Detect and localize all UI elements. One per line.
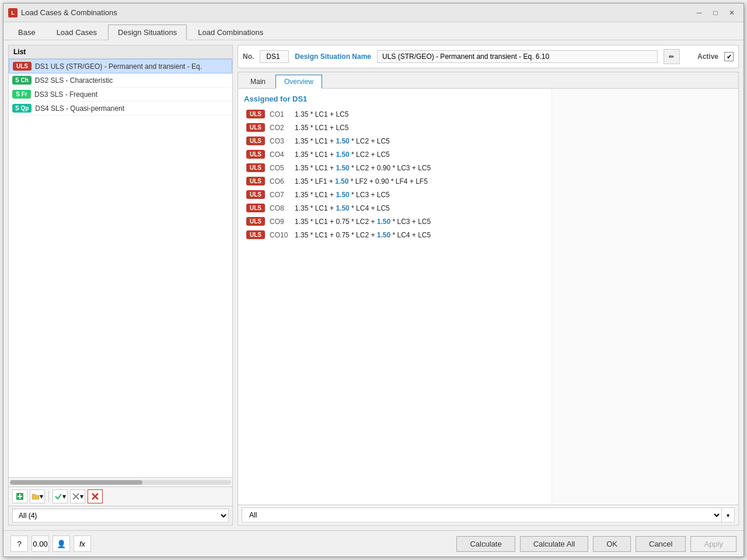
co-formula: 1.35 * LC1 + 0.75 * LC2 + 1.50 * LC3 + L… [295,218,431,226]
badge-uls: ULS [13,62,32,71]
footer-left: ? 0.00 👤 fx [11,536,91,552]
badge-sch: S Ch [12,76,32,85]
tab-load-cases[interactable]: Load Cases [47,24,107,40]
inner-tabs: Main Overview [238,72,738,89]
titlebar-left: L Load Cases & Combinations [8,8,117,18]
list-scrollbar[interactable] [9,477,232,487]
fx-button[interactable]: fx [74,536,91,552]
co-item: ULS CO1 1.35 * LC1 + LC5 [244,108,546,120]
co-id: CO10 [270,231,290,239]
list-item-text: DS3 SLS - Frequent [34,90,97,99]
co-id: CO9 [270,218,290,226]
scrollbar-thumb [10,480,142,485]
co-id: CO1 [270,110,290,118]
co-formula: 1.35 * LF1 + 1.50 * LF2 + 0.90 * LF4 + L… [295,177,428,186]
right-panel: No. DS1 Design Situation Name ULS (STR/G… [238,45,739,526]
badge-uls: ULS [246,136,265,145]
name-label: Design Situation Name [295,52,371,61]
help-button[interactable]: ? [11,536,28,552]
main-tabs-bar: Base Load Cases Design Situations Load C… [4,22,743,40]
ok-button[interactable]: OK [593,536,631,552]
no-value: DS1 [260,50,289,63]
tab-design-situations[interactable]: Design Situations [108,24,187,40]
list-header: List [9,46,232,59]
badge-uls: ULS [246,123,265,132]
co-item: ULS CO4 1.35 * LC1 + 1.50 * LC2 + LC5 [244,148,546,160]
co-formula: 1.35 * LC1 + 1.50 * LC3 + LC5 [295,191,390,199]
edit-button[interactable]: ✏ [664,49,680,64]
maximize-button[interactable]: □ [708,7,722,19]
check-button[interactable]: ▾ [53,489,68,503]
co-id: CO7 [270,191,290,199]
minimize-button[interactable]: ─ [692,7,706,19]
co-item: ULS CO9 1.35 * LC1 + 0.75 * LC2 + 1.50 *… [244,215,546,228]
badge-uls: ULS [246,230,265,239]
co-section-title: Assigned for DS1 [244,94,546,103]
app-icon: L [8,8,18,18]
list-toolbar: ▾ ▾ ▾ [9,487,232,506]
co-formula: 1.35 * LC1 + 1.50 * LC4 + LC5 [295,204,390,212]
close-button[interactable]: ✕ [725,7,739,19]
list-item-text: DS4 SLS - Quasi-permanent [35,104,124,113]
left-panel: List ULS DS1 ULS (STR/GEO) - Permanent a… [8,45,233,526]
list-item[interactable]: S Fr DS3 SLS - Frequent [9,88,232,102]
main-content: List ULS DS1 ULS (STR/GEO) - Permanent a… [4,40,743,530]
folder-button[interactable]: ▾ [30,489,45,503]
co-formula: 1.35 * LC1 + 1.50 * LC2 + 0.90 * LC3 + L… [295,164,431,172]
main-window: L Load Cases & Combinations ─ □ ✕ Base L… [3,3,744,557]
user-button[interactable]: 👤 [53,536,70,552]
active-checkbox[interactable]: ✔ [724,52,734,61]
details-header: No. DS1 Design Situation Name ULS (STR/G… [238,45,739,68]
badge-uls: ULS [246,204,265,212]
co-item: ULS CO3 1.35 * LC1 + 1.50 * LC2 + LC5 [244,135,546,147]
name-value: ULS (STR/GEO) - Permanent and transient … [377,50,658,63]
badge-uls: ULS [246,110,265,118]
co-id: CO5 [270,164,290,172]
details-body: Main Overview Assigned for DS1 ULS CO1 1… [238,72,739,526]
cancel-button[interactable]: Cancel [636,536,686,552]
list-item[interactable]: S Qp DS4 SLS - Quasi-permanent [9,102,232,116]
co-item: ULS CO6 1.35 * LF1 + 1.50 * LF2 + 0.90 *… [244,175,546,187]
co-id: CO4 [270,150,290,159]
no-label: No. [243,52,254,61]
co-id: CO3 [270,137,290,145]
calculate-button[interactable]: Calculate [456,536,515,552]
co-item: ULS CO10 1.35 * LC1 + 0.75 * LC2 + 1.50 … [244,229,546,241]
tab-base[interactable]: Base [8,24,46,40]
tab-load-combinations[interactable]: Load Combinations [188,24,273,40]
apply-button[interactable]: Apply [690,536,736,552]
tab-main[interactable]: Main [242,75,274,88]
toolbar-separator [48,491,49,502]
filter-select[interactable]: All (4) ULS SLS [12,509,229,523]
list-item[interactable]: ULS DS1 ULS (STR/GEO) - Permanent and tr… [9,59,232,74]
badge-uls: ULS [246,150,265,159]
delete-button[interactable] [88,489,103,503]
co-list: Assigned for DS1 ULS CO1 1.35 * LC1 + LC… [238,89,551,505]
co-formula: 1.35 * LC1 + 1.50 * LC2 + LC5 [295,137,390,145]
calculate-all-button[interactable]: Calculate All [520,536,589,552]
co-item: ULS CO8 1.35 * LC1 + 1.50 * LC4 + LC5 [244,202,546,214]
overview-content: Assigned for DS1 ULS CO1 1.35 * LC1 + LC… [238,89,738,505]
list-item[interactable]: S Ch DS2 SLS - Characteristic [9,74,232,88]
co-id: CO2 [270,124,290,132]
co-filter-select[interactable]: All ULS SLS [242,508,722,523]
badge-uls: ULS [246,163,265,172]
co-formula: 1.35 * LC1 + LC5 [295,110,348,118]
decimal-button[interactable]: 0.00 [32,536,49,552]
co-filter: All ULS SLS ▾ [238,505,738,525]
tab-overview[interactable]: Overview [275,75,322,89]
badge-uls: ULS [246,177,265,186]
co-filter-arrow[interactable]: ▾ [722,508,735,523]
titlebar-controls: ─ □ ✕ [692,7,739,19]
active-label: Active [697,52,718,61]
co-item: ULS CO5 1.35 * LC1 + 1.50 * LC2 + 0.90 *… [244,162,546,174]
badge-uls: ULS [246,190,265,199]
footer: ? 0.00 👤 fx Calculate Calculate All OK C… [4,530,743,556]
co-id: CO6 [270,177,290,186]
list-item-text: DS2 SLS - Characteristic [35,76,113,85]
uncheck-button[interactable]: ▾ [70,489,85,503]
badge-sfr: S Fr [12,90,31,99]
footer-right: Calculate Calculate All OK Cancel Apply [456,536,736,552]
add-button[interactable] [12,489,27,503]
co-item: ULS CO7 1.35 * LC1 + 1.50 * LC3 + LC5 [244,188,546,201]
